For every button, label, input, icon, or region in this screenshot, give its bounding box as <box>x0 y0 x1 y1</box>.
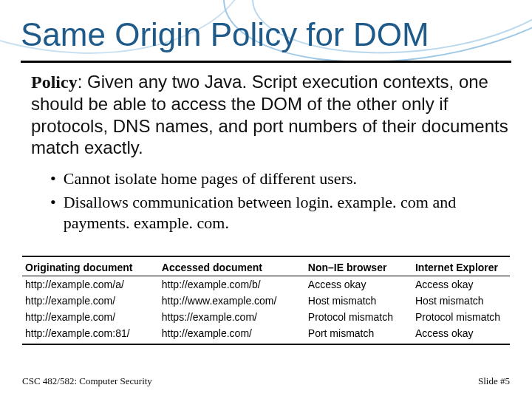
bullet-text: Cannot isolate home pages of different u… <box>64 168 357 189</box>
table-cell: Host mismatch <box>305 293 412 309</box>
slide: Same Origin Policy for DOM Policy: Given… <box>0 0 532 399</box>
comparison-table: Originating document Accessed document N… <box>22 256 510 345</box>
table-row: http://example.com/a/ http://example.com… <box>22 276 510 293</box>
table-top-divider <box>22 256 510 257</box>
table-bottom-divider <box>22 344 510 345</box>
slide-title: Same Origin Policy for DOM <box>21 16 429 53</box>
table-cell: Protocol mismatch <box>412 309 510 325</box>
table-cell: Access okay <box>305 276 412 293</box>
table-cell: Access okay <box>412 276 510 293</box>
table-cell: http://example.com/ <box>22 309 159 325</box>
table-cell: http://example.com/ <box>22 293 159 309</box>
sop-table: Originating document Accessed document N… <box>22 259 510 341</box>
table-row: http://example.com/ https://example.com/… <box>22 309 510 325</box>
table-cell: http://example.com/a/ <box>22 276 159 293</box>
table-cell: http://example.com:81/ <box>22 325 159 341</box>
table-header: Originating document <box>22 259 159 276</box>
table-cell: Access okay <box>412 325 510 341</box>
table-cell: https://example.com/ <box>159 309 305 325</box>
table-cell: Protocol mismatch <box>305 309 412 325</box>
table-cell: http://example.com/ <box>159 325 305 341</box>
table-cell: http://example.com/b/ <box>159 276 305 293</box>
bullet-list: • Cannot isolate home pages of different… <box>50 168 510 233</box>
list-item: • Cannot isolate home pages of different… <box>50 168 510 189</box>
slide-body: Policy: Given any two Java. Script execu… <box>31 71 510 237</box>
list-item: • Disallows communication between login.… <box>50 192 510 233</box>
bullet-text: Disallows communication between login. e… <box>64 192 510 233</box>
table-row: http://example.com/ http://www.example.c… <box>22 293 510 309</box>
policy-text: : Given any two Java. Script execution c… <box>31 72 508 157</box>
table-header: Non–IE browser <box>305 259 412 276</box>
policy-label: Policy <box>31 72 78 92</box>
bullet-dot-icon: • <box>50 168 56 189</box>
slide-footer: CSC 482/582: Computer Security Slide #5 <box>22 375 510 387</box>
table-cell: Host mismatch <box>412 293 510 309</box>
table-cell: http://www.example.com/ <box>159 293 305 309</box>
bullet-dot-icon: • <box>50 192 56 233</box>
footer-left: CSC 482/582: Computer Security <box>22 375 152 387</box>
table-header: Internet Explorer <box>412 259 510 276</box>
policy-paragraph: Policy: Given any two Java. Script execu… <box>31 71 510 158</box>
table-row: http://example.com:81/ http://example.co… <box>22 325 510 341</box>
table-header-row: Originating document Accessed document N… <box>22 259 510 276</box>
table-header: Accessed document <box>159 259 305 276</box>
title-underline <box>21 61 511 63</box>
footer-right: Slide #5 <box>478 375 510 387</box>
table-cell: Port mismatch <box>305 325 412 341</box>
